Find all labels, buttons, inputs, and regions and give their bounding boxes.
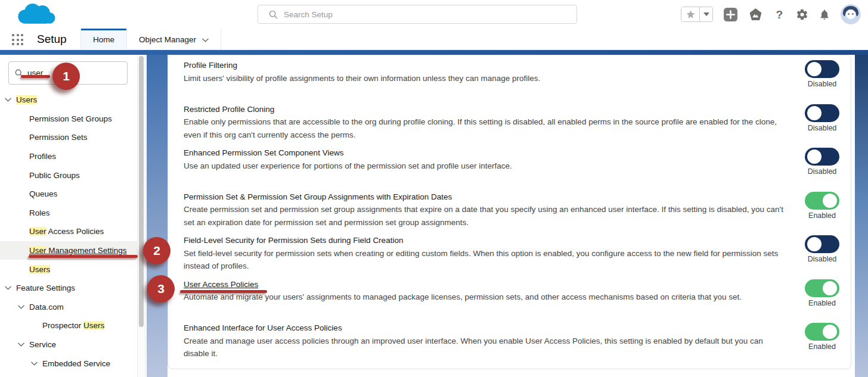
toggle-enhanced-permission-set-component-views[interactable] [805,148,839,166]
label-text: Access Policies [46,227,104,236]
search-match-highlight: Users [16,95,37,104]
label-text: Prospector [42,321,83,330]
content-region: UsersPermission Set GroupsPermission Set… [0,55,868,377]
sidebar-item-public-groups[interactable]: Public Groups [0,166,137,185]
sidebar-item-label: User Access Policies [29,227,104,236]
setting-text: User Access PoliciesAutomate and migrate… [184,278,796,304]
toggle-area: Enabled [804,278,840,307]
global-search[interactable] [258,5,577,24]
annotation-marker-2: 2 [143,237,170,264]
setting-description: Set field-level security for permission … [184,247,789,273]
annotation-marker-1: 1 [52,63,80,90]
setting-text: Permission Set & Permission Set Group As… [184,191,796,229]
sidebar-item-permission-set-groups[interactable]: Permission Set Groups [0,110,137,129]
label-text: Permission Set Groups [29,114,112,123]
chevron-down-icon[interactable] [5,286,16,290]
favorites-caret-icon[interactable] [699,7,712,21]
sidebar-item-embedded-service[interactable]: Embedded Service [0,354,137,373]
label-text: Roles [29,208,50,217]
sidebar-item-label: Prospector Users [42,321,104,330]
setting-description: Limit users' visibility of profile assig… [184,72,789,85]
sidebar-item-feature-settings-section[interactable]: Feature Settings [0,279,137,298]
search-match-highlight: User [29,227,46,236]
sidebar-item-label: Roles [29,208,50,217]
toggle-knob [823,325,837,339]
label-text: Feature Settings [16,283,75,292]
tab-object-manager[interactable]: Object Manager [127,29,221,50]
sidebar-scrollbar-thumb[interactable] [139,56,144,327]
chevron-down-icon[interactable] [5,98,16,102]
chevron-down-icon[interactable] [18,342,29,347]
sidebar-scrollbar[interactable] [137,55,145,377]
help-icon[interactable]: ? [773,8,786,21]
avatar[interactable] [841,4,861,24]
toggle-state-label: Enabled [808,342,836,351]
sidebar-item-data-com[interactable]: Data.com [0,298,137,317]
sidebar-item-label: Data.com [29,303,64,311]
notifications-bell-icon[interactable] [819,8,830,21]
chevron-down-icon[interactable] [18,305,29,309]
toggle-area: Disabled [804,103,840,132]
setting-row-profile-filtering: Profile FilteringLimit users' visibility… [184,59,840,103]
header-actions: ? [681,0,861,29]
label-text: Profiles [29,152,56,161]
sidebar-item-label: Profiles [29,152,56,161]
favorites-button[interactable] [681,7,713,22]
setting-row-restricted-profile-cloning: Restricted Profile CloningEnable only pe… [184,103,840,147]
toggle-restricted-profile-cloning[interactable] [805,104,839,122]
setup-tree: UsersPermission Set GroupsPermission Set… [0,91,137,373]
setting-title: Enhanced Interface for User Access Polic… [184,322,789,335]
toggle-area: Enabled [804,191,840,220]
sidebar-item-users-section[interactable]: Users [0,91,137,110]
toggle-knob [823,281,837,295]
toggle-area: Disabled [804,147,840,176]
sidebar-item-users[interactable]: Users [0,260,137,279]
chevron-down-icon[interactable] [31,362,42,366]
setting-description: Enable only permissions that are accessi… [184,116,789,141]
toggle-profile-filtering[interactable] [805,60,839,78]
setting-description: Use an updated user experience for porti… [184,160,789,173]
global-search-input[interactable] [284,10,571,19]
annotation-underline-1 [21,75,50,78]
salesforce-setup-page: ? Setup HomeObject Manager UsersPermissi… [0,0,868,377]
guidance-center-icon[interactable] [748,7,763,22]
label-text: Queues [29,189,57,198]
setting-row-permission-set-expiration-dates: Permission Set & Permission Set Group As… [184,191,840,235]
toggle-permission-set-expiration-dates[interactable] [805,192,839,210]
toggle-state-label: Disabled [808,80,837,88]
sidebar-item-roles[interactable]: Roles [0,204,137,223]
app-launcher-icon[interactable] [12,34,23,45]
tab-label: Object Manager [139,35,196,44]
sidebar-item-permission-sets[interactable]: Permission Sets [0,128,137,147]
label-text: Data.com [29,303,64,311]
favorites-star-icon[interactable] [681,7,699,21]
toggle-knob [807,149,822,164]
search-match-highlight: Users [83,321,104,330]
sidebar-item-queues[interactable]: Queues [0,185,137,204]
setup-sidebar: UsersPermission Set GroupsPermission Set… [0,55,137,377]
sidebar-item-user-access-policies[interactable]: User Access Policies [0,222,137,241]
toggle-area: Disabled [804,59,840,88]
background-strip-right [855,55,868,377]
sidebar-item-label: Public Groups [29,171,80,180]
toggle-state-label: Enabled [808,211,836,220]
sidebar-item-service[interactable]: Service [0,335,137,354]
setup-gear-icon[interactable] [796,8,808,21]
label-text: Service [29,340,56,349]
search-icon [269,10,278,19]
toggle-enhanced-interface-user-access-policies[interactable] [805,323,839,341]
sidebar-item-prospector-users[interactable]: Prospector Users [0,316,137,335]
sidebar-item-profiles[interactable]: Profiles [0,147,137,166]
setting-title[interactable]: User Access Policies [184,278,789,291]
sidebar-item-label: Embedded Service [42,359,110,368]
tab-home[interactable]: Home [80,29,127,50]
toggle-knob [807,237,822,251]
global-actions-plus-icon[interactable] [723,7,738,22]
salesforce-logo [11,1,62,27]
sidebar-item-label: Users [16,95,37,104]
toggle-field-level-security-during-field-creation[interactable] [805,235,839,253]
user-management-settings-panel: Profile FilteringLimit users' visibility… [168,55,851,369]
toggle-user-access-policies[interactable] [805,279,839,297]
sidebar-item-label: Users [29,265,50,274]
setting-text: Enhanced Interface for User Access Polic… [184,322,796,360]
